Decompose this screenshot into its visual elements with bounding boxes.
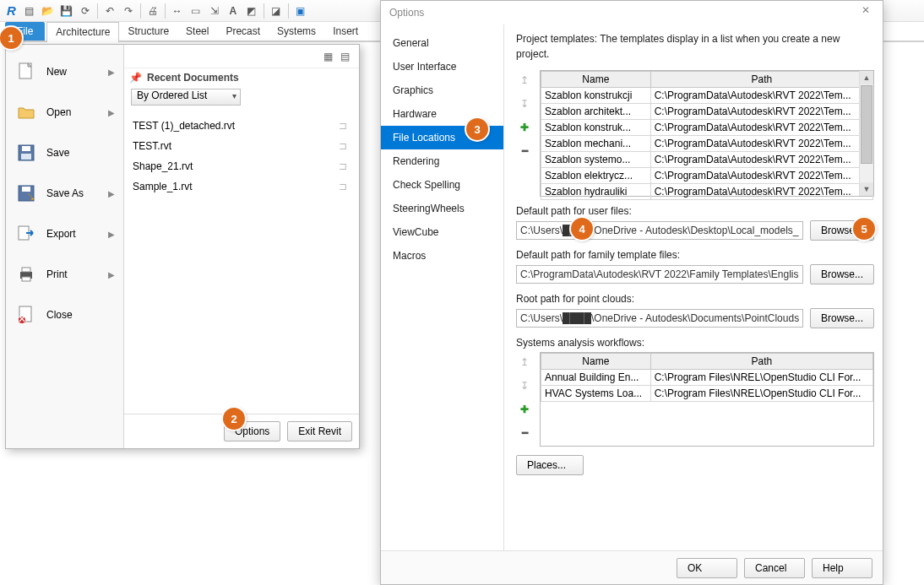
table-row[interactable]: HVAC Systems Loa...C:\Program Files\NREL…: [541, 386, 873, 402]
table-row[interactable]: Annual Building En...C:\Program Files\NR…: [541, 370, 873, 386]
remove-icon[interactable]: ━: [516, 143, 533, 160]
recent-docs-title: 📌 Recent Documents: [124, 68, 359, 85]
browse-pointcloud-button[interactable]: Browse...: [810, 308, 874, 328]
redo-icon[interactable]: ↷: [120, 3, 137, 19]
tab-systems[interactable]: Systems: [269, 22, 324, 41]
table-row[interactable]: Szablon systemo...C:\ProgramData\Autodes…: [541, 152, 873, 168]
col-path[interactable]: Path: [650, 72, 872, 88]
recent-item[interactable]: Shape_21.rvt⊐: [129, 156, 354, 176]
help-button[interactable]: Help: [812, 558, 872, 578]
add-icon[interactable]: ✚: [516, 119, 533, 136]
pin-icon[interactable]: ⊐: [335, 160, 351, 172]
scroll-thumb[interactable]: [861, 85, 872, 164]
step-marker-4: 4: [571, 218, 593, 240]
move-up-icon[interactable]: ↥: [516, 72, 533, 89]
systems-grid[interactable]: Name Path Annual Building En...C:\Progra…: [541, 353, 873, 402]
home-icon[interactable]: ▤: [21, 3, 38, 19]
tab-architecture[interactable]: Architecture: [46, 22, 119, 43]
move-down-icon[interactable]: ↧: [516, 95, 533, 112]
places-row: Places...: [516, 455, 874, 475]
manage-icon[interactable]: ▣: [292, 3, 309, 19]
recent-docs-label: Recent Documents: [147, 72, 239, 84]
user-files-section: Default path for user files: Browse...: [516, 205, 874, 241]
options-nav-macros[interactable]: Macros: [381, 244, 503, 268]
exit-revit-button[interactable]: Exit Revit: [287, 421, 352, 441]
file-menu-label: Export: [46, 228, 100, 240]
scroll-up-icon[interactable]: ▲: [860, 71, 873, 84]
pin-icon[interactable]: ⊐: [335, 120, 351, 132]
file-menu-export[interactable]: Export ▶: [6, 214, 123, 254]
3d-icon[interactable]: ◩: [243, 3, 260, 19]
step-marker-5: 5: [853, 218, 875, 240]
file-menu-label: New: [46, 66, 100, 78]
options-nav-general[interactable]: General: [381, 31, 503, 55]
tab-precast[interactable]: Precast: [217, 22, 269, 41]
remove-icon[interactable]: ━: [516, 425, 533, 441]
table-row[interactable]: Szablon konstruk...C:\ProgramData\Autode…: [541, 120, 873, 136]
move-up-icon[interactable]: ↥: [516, 354, 533, 371]
user-files-input[interactable]: [516, 221, 803, 240]
pin-icon[interactable]: ⊐: [335, 140, 351, 152]
close-icon[interactable]: ✕: [854, 4, 878, 21]
add-icon[interactable]: ✚: [516, 401, 533, 418]
section-icon[interactable]: ◪: [268, 3, 285, 19]
browse-family-button[interactable]: Browse...: [810, 264, 874, 284]
text-icon[interactable]: A: [225, 3, 242, 19]
project-templates-area: ↥ ↧ ✚ ━ Name Path Szablon konstrukcjiC:\…: [516, 70, 874, 197]
recent-item[interactable]: TEST.rvt⊐: [129, 136, 354, 156]
save-as-icon: [14, 181, 38, 205]
options-nav-viewcube[interactable]: ViewCube: [381, 220, 503, 244]
dimension-icon[interactable]: ⇲: [206, 3, 223, 19]
recent-item[interactable]: Sample_1.rvt⊐: [129, 176, 354, 197]
tab-structure[interactable]: Structure: [119, 22, 177, 41]
align-icon[interactable]: ▭: [188, 3, 204, 19]
measure-icon[interactable]: ↔: [169, 3, 186, 19]
table-row[interactable]: Szablon elektrycz...C:\ProgramData\Autod…: [541, 168, 873, 184]
scrollbar[interactable]: ▲ ▼: [859, 71, 873, 196]
table-row[interactable]: Szablon hydraulikiC:\ProgramData\Autodes…: [541, 184, 873, 200]
undo-icon[interactable]: ↶: [101, 3, 118, 19]
file-menu-save-as[interactable]: Save As ▶: [6, 173, 123, 214]
table-row[interactable]: Szablon konstrukcjiC:\ProgramData\Autode…: [541, 88, 873, 104]
pin-icon[interactable]: ⊐: [335, 181, 351, 192]
col-name[interactable]: Name: [541, 72, 651, 88]
pointcloud-input[interactable]: [516, 309, 803, 328]
options-nav-spelling[interactable]: Check Spelling: [381, 173, 503, 197]
systems-section: Systems analysis workflows: ↥ ↧ ✚ ━ Name…: [516, 337, 874, 447]
family-template-input[interactable]: [516, 265, 803, 284]
options-nav-graphics[interactable]: Graphics: [381, 79, 503, 102]
places-button[interactable]: Places...: [516, 455, 584, 475]
templates-grid[interactable]: Name Path Szablon konstrukcjiC:\ProgramD…: [541, 71, 873, 200]
tab-insert[interactable]: Insert: [324, 22, 367, 41]
recent-sort-combo[interactable]: By Ordered List: [131, 89, 241, 106]
view-small-icon[interactable]: ▤: [337, 49, 352, 64]
col-path[interactable]: Path: [650, 354, 872, 370]
sync-icon[interactable]: ⟳: [77, 3, 94, 19]
file-menu-new[interactable]: New ▶: [6, 51, 123, 92]
table-row[interactable]: Szablon architekt...C:\ProgramData\Autod…: [541, 104, 873, 120]
open-icon[interactable]: 📂: [40, 3, 57, 19]
options-nav-rendering[interactable]: Rendering: [381, 149, 503, 173]
move-down-icon[interactable]: ↧: [516, 377, 533, 394]
svg-text:✕: ✕: [18, 313, 26, 325]
options-nav-steeringwheels[interactable]: SteeringWheels: [381, 197, 503, 220]
file-menu-close[interactable]: ✕ Close: [6, 295, 123, 335]
scroll-down-icon[interactable]: ▼: [860, 182, 873, 196]
options-nav-ui[interactable]: User Interface: [381, 55, 503, 79]
template-tools: ↥ ↧ ✚ ━: [516, 70, 535, 160]
view-large-icon[interactable]: ▦: [320, 49, 335, 64]
recent-item[interactable]: TEST (1)_detached.rvt⊐: [129, 116, 354, 136]
file-menu-open[interactable]: Open ▶: [6, 92, 123, 133]
family-template-section: Default path for family template files: …: [516, 249, 874, 284]
print-icon[interactable]: 🖨: [144, 3, 161, 19]
export-icon: [14, 222, 38, 246]
file-menu-save[interactable]: Save: [6, 133, 123, 173]
file-menu-print[interactable]: Print ▶: [6, 254, 123, 295]
ok-button[interactable]: OK: [677, 558, 737, 578]
cancel-button[interactable]: Cancel: [744, 558, 805, 578]
save-icon[interactable]: 💾: [58, 3, 75, 19]
dialog-titlebar[interactable]: Options ✕: [381, 1, 883, 24]
col-name[interactable]: Name: [541, 354, 651, 370]
table-row[interactable]: Szablon mechani...C:\ProgramData\Autodes…: [541, 136, 873, 152]
tab-steel[interactable]: Steel: [177, 22, 217, 41]
